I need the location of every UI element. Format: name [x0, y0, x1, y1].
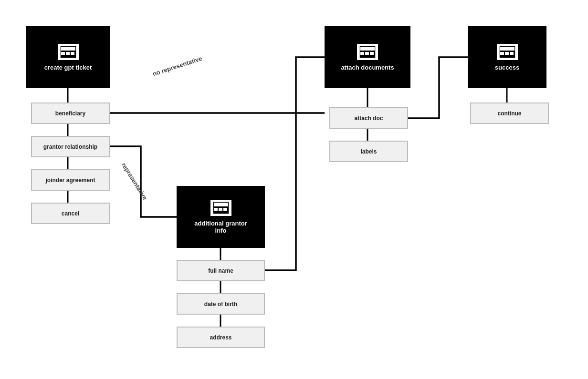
svg-rect-29 [223, 208, 227, 211]
leaf-beneficiary[interactable]: beneficiary [31, 102, 110, 124]
success-icon [497, 44, 518, 60]
leaf-grantor-relationship[interactable]: grantor relationship [31, 136, 110, 157]
additional-grantor-info-label: additional grantor info [194, 220, 247, 234]
create-gpt-ticket-icon [58, 44, 79, 60]
node-additional-grantor-info[interactable]: additional grantor info [177, 186, 265, 248]
svg-rect-14 [71, 52, 74, 55]
svg-rect-16 [360, 47, 375, 51]
leaf-joinder-agreement[interactable]: joinder agreement [31, 169, 110, 191]
attach-documents-label: attach documents [341, 64, 394, 71]
node-attach-documents[interactable]: attach documents [325, 26, 410, 88]
additional-grantor-info-icon [210, 200, 231, 216]
leaf-labels[interactable]: labels [329, 141, 408, 162]
svg-rect-19 [370, 52, 374, 55]
leaf-date-of-birth[interactable]: date of birth [177, 293, 265, 315]
attach-documents-icon [357, 44, 378, 60]
svg-rect-28 [219, 208, 222, 211]
svg-rect-24 [510, 52, 514, 55]
svg-rect-23 [505, 52, 509, 55]
node-create-gpt-ticket[interactable]: create gpt ticket [26, 26, 110, 88]
label-no-representative: no representative [152, 55, 203, 78]
leaf-full-name[interactable]: full name [177, 260, 265, 281]
leaf-address[interactable]: address [177, 327, 265, 348]
success-label: success [495, 64, 519, 71]
svg-rect-22 [500, 52, 504, 55]
svg-rect-18 [365, 52, 369, 55]
svg-rect-17 [360, 52, 364, 55]
svg-rect-27 [214, 208, 218, 211]
svg-rect-26 [214, 203, 228, 206]
leaf-attach-doc[interactable]: attach doc [329, 107, 408, 129]
leaf-cancel[interactable]: cancel [31, 203, 110, 224]
label-representative: representative [120, 162, 149, 201]
svg-rect-11 [61, 47, 75, 51]
node-success[interactable]: success [468, 26, 546, 88]
diagram-container: create gpt ticket attach documents [0, 0, 588, 379]
create-gpt-ticket-label: create gpt ticket [44, 64, 92, 71]
svg-rect-12 [61, 52, 65, 55]
svg-rect-21 [500, 47, 514, 51]
leaf-continue[interactable]: continue [470, 102, 549, 124]
svg-rect-13 [66, 52, 70, 55]
